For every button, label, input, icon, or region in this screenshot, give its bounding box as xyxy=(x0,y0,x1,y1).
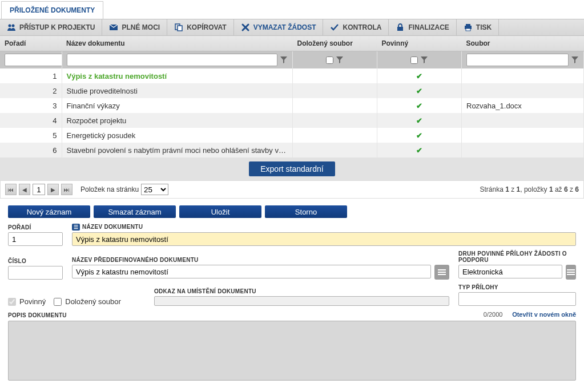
save-button[interactable]: Uložit xyxy=(179,205,261,218)
pager-prev[interactable]: ◀ xyxy=(19,184,30,195)
toolbar-access[interactable]: PŘÍSTUP K PROJEKTU xyxy=(0,19,102,35)
input-kind[interactable] xyxy=(458,265,562,278)
pager-first[interactable]: ⏮ xyxy=(5,184,17,195)
input-name[interactable] xyxy=(72,232,576,246)
checkmark-icon: ✔ xyxy=(382,146,457,155)
toolbar-finalize[interactable]: FINALIZACE xyxy=(389,19,456,35)
filter-icon[interactable] xyxy=(280,56,288,64)
open-new-window-link[interactable]: Otevřít v novém okně xyxy=(512,311,576,318)
checkbox-mandatory[interactable]: Povinný xyxy=(8,297,46,306)
lookup-kind-button[interactable] xyxy=(566,265,576,280)
delete-record-button[interactable]: Smazat záznam xyxy=(94,205,176,218)
checkmark-icon: ✔ xyxy=(382,102,457,110)
cell-file: Rozvaha_1.docx xyxy=(462,98,584,113)
svg-rect-7 xyxy=(466,24,470,26)
document-form: POŘADÍ ☰NÁZEV DOKUMENTU ČÍSLO NÁZEV PŘED… xyxy=(0,220,584,390)
checkbox-mandatory-input xyxy=(8,298,16,306)
cell-file xyxy=(462,68,584,83)
filter-icon[interactable] xyxy=(420,56,428,64)
filter-name[interactable] xyxy=(67,54,278,66)
new-record-button[interactable]: Nový záznam xyxy=(8,205,90,218)
table-row[interactable]: 4Rozpočet projektu✔ xyxy=(0,113,584,128)
svg-rect-4 xyxy=(178,26,182,31)
filter-uploaded[interactable] xyxy=(326,56,333,64)
required-badge-icon: ☰ xyxy=(72,224,80,231)
description-counter: 0/2000 xyxy=(484,311,503,318)
cancel-button[interactable]: Storno xyxy=(265,205,347,218)
col-mandatory[interactable]: Povinný xyxy=(377,36,462,51)
input-description[interactable] xyxy=(8,321,576,381)
svg-point-1 xyxy=(12,25,15,27)
documents-grid: Pořadí Název dokumentu Doložený soubor P… xyxy=(0,36,584,157)
input-link[interactable] xyxy=(154,296,449,306)
lock-icon xyxy=(396,23,405,32)
filter-icon[interactable] xyxy=(336,56,344,64)
cell-name[interactable]: Rozpočet projektu xyxy=(62,113,293,128)
pager-page-input[interactable] xyxy=(33,184,45,195)
filter-icon[interactable] xyxy=(571,56,579,64)
col-file[interactable]: Soubor xyxy=(462,36,584,51)
cell-name[interactable]: Energetický posudek xyxy=(62,128,293,143)
list-icon xyxy=(567,272,575,273)
input-number[interactable] xyxy=(8,266,63,280)
filter-mandatory[interactable] xyxy=(410,56,418,64)
table-row[interactable]: 6Stavební povolení s nabytím právní moci… xyxy=(0,143,584,157)
cell-name[interactable]: Stavební povolení s nabytím právní moci … xyxy=(62,143,293,157)
check-icon xyxy=(330,23,339,32)
export-row: Export standardní xyxy=(0,157,584,180)
cell-order: 6 xyxy=(0,143,62,157)
pager-size-select[interactable]: 25 xyxy=(141,184,168,195)
pager-last[interactable]: ⏭ xyxy=(61,184,73,195)
cell-uploaded xyxy=(293,68,377,83)
filter-file[interactable] xyxy=(466,54,569,66)
table-row[interactable]: 3Finanční výkazy✔Rozvaha_1.docx xyxy=(0,98,584,113)
lookup-predefined-button[interactable] xyxy=(434,265,449,280)
cell-mandatory: ✔ xyxy=(377,68,462,83)
pager-next[interactable]: ▶ xyxy=(47,184,59,195)
print-icon xyxy=(464,23,473,32)
pager-items-label: Položek na stránku xyxy=(80,185,139,193)
tab-attached-documents[interactable]: PŘILOŽENÉ DOKUMENTY xyxy=(1,1,103,19)
toolbar-delete[interactable]: VYMAZAT ŽÁDOST xyxy=(234,19,324,35)
cell-mandatory: ✔ xyxy=(377,143,462,157)
input-predefined[interactable] xyxy=(72,265,431,278)
label-order: POŘADÍ xyxy=(8,224,63,231)
table-row[interactable]: 1Výpis z katastru nemovitostí✔ xyxy=(0,68,584,83)
table-row[interactable]: 2Studie proveditelnosti✔ xyxy=(0,83,584,98)
toolbar-check[interactable]: KONTROLA xyxy=(323,19,389,35)
toolbar-copy[interactable]: KOPÍROVAT xyxy=(167,19,234,35)
input-order[interactable] xyxy=(8,232,63,246)
label-number: ČÍSLO xyxy=(8,258,63,264)
label-name: ☰NÁZEV DOKUMENTU xyxy=(72,224,576,231)
cell-uploaded xyxy=(293,128,377,143)
col-order[interactable]: Pořadí xyxy=(0,36,62,51)
svg-rect-8 xyxy=(466,29,470,31)
cell-name[interactable]: Výpis z katastru nemovitostí xyxy=(62,68,293,83)
cell-name[interactable]: Finanční výkazy xyxy=(62,98,293,113)
checkmark-icon: ✔ xyxy=(382,72,457,80)
export-button[interactable]: Export standardní xyxy=(249,161,335,176)
cell-order: 2 xyxy=(0,83,62,98)
checkbox-uploaded[interactable]: Doložený soubor xyxy=(54,297,121,306)
cell-order: 4 xyxy=(0,113,62,128)
mail-icon xyxy=(109,23,118,32)
col-name[interactable]: Název dokumentu xyxy=(62,36,293,51)
filter-order[interactable] xyxy=(5,54,62,66)
people-icon xyxy=(7,23,16,32)
cell-file xyxy=(462,113,584,128)
cell-file xyxy=(462,83,584,98)
cell-mandatory: ✔ xyxy=(377,113,462,128)
label-link: ODKAZ NA UMÍSTĚNÍ DOKUMENTU xyxy=(154,288,449,294)
checkbox-uploaded-input[interactable] xyxy=(54,298,62,306)
toolbar-poa[interactable]: PLNÉ MOCI xyxy=(102,19,167,35)
toolbar-print[interactable]: TISK xyxy=(457,19,499,35)
table-row[interactable]: 5Energetický posudek✔ xyxy=(0,128,584,143)
input-attachment-type[interactable] xyxy=(458,292,576,306)
cell-order: 5 xyxy=(0,128,62,143)
label-predefined: NÁZEV PŘEDDEFINOVANÉHO DOKUMENTU xyxy=(72,257,449,263)
cell-file xyxy=(462,143,584,157)
delete-icon xyxy=(241,23,250,32)
cell-mandatory: ✔ xyxy=(377,83,462,98)
cell-name[interactable]: Studie proveditelnosti xyxy=(62,83,293,98)
col-uploaded[interactable]: Doložený soubor xyxy=(293,36,377,51)
